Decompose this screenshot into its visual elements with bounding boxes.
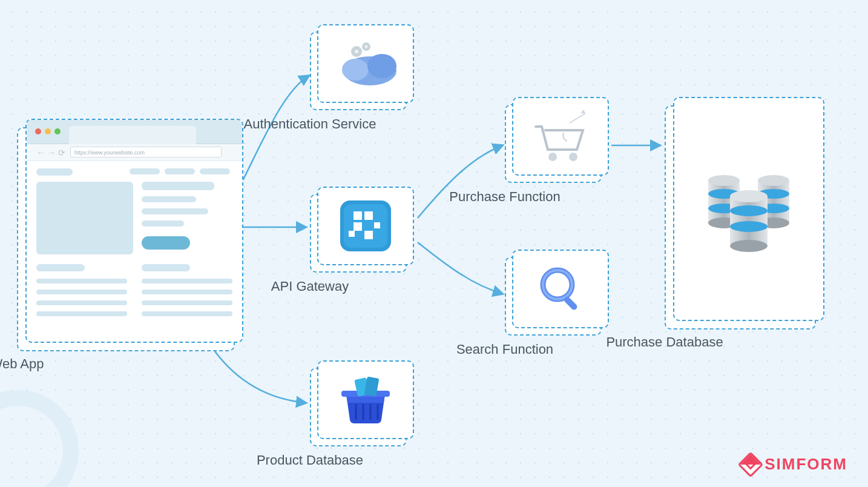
svg-point-40 [730,205,768,216]
svg-point-28 [708,175,740,186]
cloud-gears-icon [332,39,399,88]
svg-point-4 [355,50,358,53]
svg-point-2 [367,54,396,78]
database-cluster-icon [697,157,800,260]
node-label: Authentication Service [244,116,376,132]
browser-url-bar: https://www.yourwebsite.com [70,147,222,157]
svg-rect-12 [364,231,373,239]
node-label: Purchase Function [449,189,560,205]
magnifier-icon [533,262,588,316]
svg-rect-11 [353,222,362,231]
browser-window-icon: ←→⟳ https://www.yourwebsite.com [25,119,243,343]
svg-point-23 [569,153,577,161]
svg-point-22 [548,153,557,161]
svg-point-41 [730,221,768,232]
svg-point-38 [730,190,768,202]
svg-point-33 [758,175,789,186]
svg-rect-9 [353,211,362,220]
api-gateway-icon [337,197,395,255]
svg-rect-10 [364,211,373,220]
svg-point-39 [730,240,768,252]
node-label: API Gateway [271,279,349,294]
svg-rect-13 [374,222,380,228]
svg-rect-26 [563,296,578,311]
svg-point-6 [365,45,368,48]
svg-point-1 [342,59,369,81]
shopping-cart-icon [527,106,594,167]
node-label: Web App [0,356,44,372]
svg-rect-8 [344,204,387,248]
svg-point-25 [543,270,572,299]
shopping-basket-icon [335,373,396,427]
node-label: Purchase Database [606,334,723,350]
node-label: Product Database [257,452,363,468]
node-label: Search Function [456,342,553,357]
svg-rect-14 [349,231,355,237]
